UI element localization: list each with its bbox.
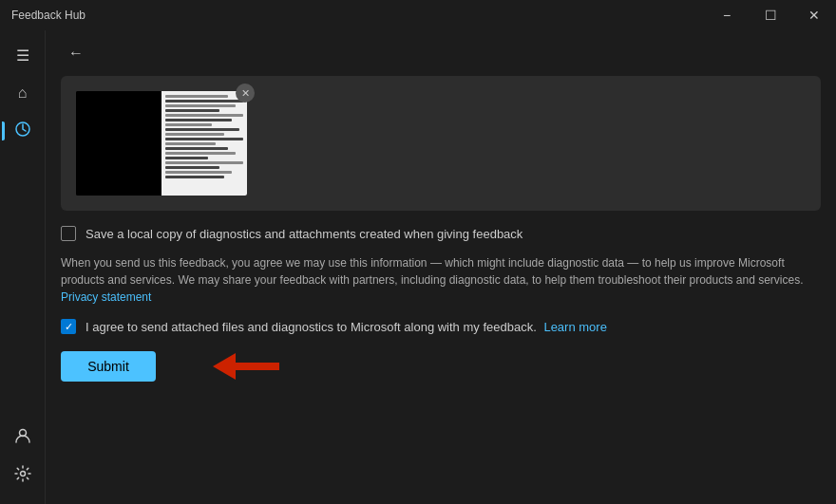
settings-icon <box>14 465 31 486</box>
line-12 <box>165 147 228 150</box>
account-icon <box>14 427 31 448</box>
line-15 <box>165 161 243 164</box>
arrow-shaft <box>232 363 279 370</box>
local-copy-row: Save a local copy of diagnostics and att… <box>61 226 821 241</box>
line-13 <box>165 152 236 155</box>
arrow-head <box>179 353 236 380</box>
hamburger-menu-button[interactable]: ☰ <box>2 38 44 72</box>
line-3 <box>165 104 236 107</box>
hamburger-icon: ☰ <box>16 47 29 65</box>
line-10 <box>165 138 243 140</box>
app-body: ☰ ⌂ <box>0 30 836 504</box>
account-button[interactable] <box>2 420 44 455</box>
line-5 <box>165 114 243 117</box>
feedback-icon <box>14 121 31 141</box>
line-4 <box>165 109 219 112</box>
back-button[interactable]: ← <box>61 38 91 68</box>
screenshot-right-panel <box>162 91 247 196</box>
main-content: ← <box>46 30 836 504</box>
agree-row: ✓ I agree to send attached files and dia… <box>61 319 821 334</box>
line-9 <box>165 133 224 136</box>
submit-area: Submit <box>61 351 821 382</box>
sidebar-top: ☰ ⌂ <box>0 38 45 148</box>
arrow-indicator <box>179 353 279 380</box>
line-18 <box>165 176 224 178</box>
svg-point-2 <box>20 472 25 476</box>
line-6 <box>165 119 232 121</box>
settings-button[interactable] <box>2 458 44 493</box>
agree-label: I agree to send attached files and diagn… <box>86 320 607 334</box>
minimize-button[interactable]: − <box>705 0 749 30</box>
screenshot-thumbnail: ✕ <box>76 91 247 196</box>
line-2 <box>165 100 243 103</box>
learn-more-link[interactable]: Learn more <box>543 320 606 334</box>
sidebar: ☰ ⌂ <box>0 30 46 504</box>
line-14 <box>165 157 208 159</box>
submit-button[interactable]: Submit <box>61 351 156 382</box>
screenshot-left-panel <box>76 91 162 196</box>
app-title: Feedback Hub <box>11 9 86 22</box>
window-controls: − ☐ ✕ <box>705 0 836 30</box>
line-17 <box>165 171 232 174</box>
agree-checkbox[interactable]: ✓ <box>61 319 76 334</box>
close-button[interactable]: ✕ <box>792 0 836 30</box>
line-1 <box>165 95 228 98</box>
sidebar-bottom <box>2 420 44 504</box>
feedback-button[interactable] <box>2 114 44 148</box>
home-button[interactable]: ⌂ <box>2 76 44 110</box>
local-copy-label: Save a local copy of diagnostics and att… <box>86 227 522 241</box>
privacy-statement-link[interactable]: Privacy statement <box>61 290 151 304</box>
screenshot-area: ✕ <box>61 76 821 211</box>
privacy-text: When you send us this feedback, you agre… <box>61 254 821 306</box>
screenshot-image <box>76 91 247 196</box>
local-copy-checkbox[interactable] <box>61 226 76 241</box>
screenshot-close-button[interactable]: ✕ <box>236 84 255 103</box>
title-bar: Feedback Hub − ☐ ✕ <box>0 0 836 30</box>
line-8 <box>165 128 239 131</box>
line-7 <box>165 123 212 126</box>
maximize-button[interactable]: ☐ <box>749 0 792 30</box>
back-icon: ← <box>68 45 84 62</box>
line-11 <box>165 142 216 145</box>
home-icon: ⌂ <box>18 84 28 102</box>
line-16 <box>165 166 219 169</box>
